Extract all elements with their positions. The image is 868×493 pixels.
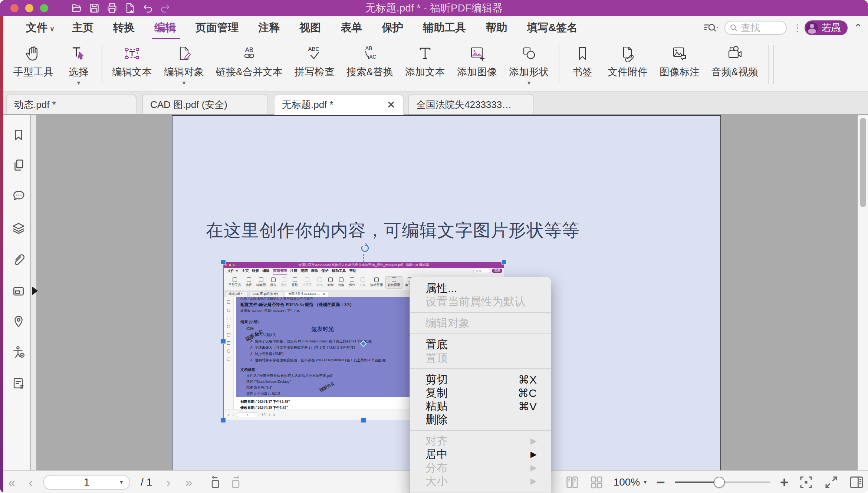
search-filter-icon[interactable]: [704, 22, 719, 34]
edit-object-dropdown-caret[interactable]: ▾: [183, 79, 186, 87]
context-menu-item-cut[interactable]: 剪切⌘X: [410, 373, 551, 386]
fullscreen-icon[interactable]: [823, 474, 839, 490]
menu-item[interactable]: 文件∨: [26, 20, 55, 35]
sidebar-destinations-icon[interactable]: [11, 315, 26, 329]
zoom-slider-knob[interactable]: [714, 477, 725, 488]
embedded-tool: 提取: [290, 277, 300, 288]
menu-item[interactable]: 辅助工具: [423, 20, 468, 35]
file-attachment-button[interactable]: 文件附件: [602, 43, 654, 79]
menu-item[interactable]: 视图: [299, 20, 323, 35]
link-join-text-button[interactable]: AB 链接&合并文本: [210, 43, 289, 79]
page-number-input[interactable]: 1 ▾: [43, 475, 130, 490]
sidebar-accessibility-icon[interactable]: [11, 345, 26, 359]
page-heading-text[interactable]: 在这里创作你的内容，可编辑文字图片形状等等: [206, 219, 580, 242]
selection-handle-top-right[interactable]: [502, 259, 507, 264]
context-menu-item-size: 大小▶: [410, 474, 551, 488]
collapse-toolbar-icon[interactable]: ⌃: [854, 22, 863, 34]
add-shape-dropdown-caret[interactable]: ▾: [527, 79, 531, 87]
hand-tool-button[interactable]: 手型工具: [7, 43, 59, 79]
sidebar-attachments-icon[interactable]: [11, 252, 26, 266]
search-box[interactable]: [724, 21, 787, 35]
selection-handle-mid-left[interactable]: [221, 339, 226, 344]
spell-check-button[interactable]: ABC 拼写检查: [289, 43, 341, 79]
edit-text-button[interactable]: 编辑文本: [106, 43, 158, 79]
selection-handle-bottom-center[interactable]: [361, 418, 366, 423]
sidebar-bookmarks-icon[interactable]: [11, 128, 26, 142]
zoom-slider[interactable]: [675, 475, 770, 490]
menu-item[interactable]: 主页: [72, 20, 96, 35]
continuous-view-icon[interactable]: [589, 475, 604, 490]
undo-icon[interactable]: [142, 2, 154, 14]
zoom-out-button[interactable]: −: [656, 475, 665, 490]
close-window-button[interactable]: [10, 4, 19, 12]
minimize-window-button[interactable]: [25, 4, 33, 12]
selection-handle-top-left[interactable]: [221, 259, 226, 264]
rotate-handle-icon[interactable]: [359, 243, 369, 253]
zoom-window-button[interactable]: [40, 4, 48, 12]
first-page-button[interactable]: «: [8, 476, 15, 489]
menu-item[interactable]: 表单: [341, 20, 364, 35]
menu-item[interactable]: 注释: [258, 20, 282, 35]
zoom-dropdown-caret[interactable]: ▾: [644, 479, 647, 486]
sidebar-layers-icon[interactable]: [11, 221, 26, 235]
search-replace-icon: ABAC: [361, 45, 379, 62]
audio-video-button[interactable]: 音频&视频: [706, 43, 764, 79]
save-icon[interactable]: [88, 2, 100, 14]
doc-tab-untitled-active[interactable]: 无标题.pdf *✕: [274, 94, 404, 115]
edit-object-button[interactable]: 编辑对象 ▾: [158, 43, 210, 79]
rotate-left-icon[interactable]: [208, 475, 222, 489]
user-name: 若愚: [822, 22, 841, 34]
redo-icon[interactable]: [160, 2, 171, 14]
last-page-button[interactable]: »: [185, 476, 193, 489]
embedded-tool: 缩略图: [254, 277, 268, 288]
menu-item[interactable]: 填写&签名: [527, 20, 580, 35]
sidebar-expand-handle[interactable]: [32, 286, 38, 295]
menu-item[interactable]: 页面管理: [195, 20, 241, 35]
more-options-icon[interactable]: ⋮: [793, 26, 799, 30]
select-dropdown-caret[interactable]: ▾: [77, 79, 80, 87]
context-menu-item-properties[interactable]: 属性...: [410, 282, 551, 295]
context-menu-item-paste[interactable]: 粘贴⌘V: [410, 400, 551, 413]
vertical-scrollbar[interactable]: [858, 115, 868, 470]
menu-item[interactable]: 帮助: [486, 20, 509, 35]
context-menu-item-center[interactable]: 居中▶: [410, 448, 551, 461]
page-dropdown-caret[interactable]: ▾: [120, 479, 123, 486]
sidebar-pages-icon[interactable]: [11, 158, 26, 172]
user-account-chip[interactable]: 若愚: [805, 20, 848, 35]
search-replace-button[interactable]: ABAC 搜索&替换: [341, 43, 399, 79]
spell-check-icon: ABC: [306, 45, 323, 62]
vertical-scrollbar-thumb[interactable]: [860, 118, 866, 207]
select-tool-button[interactable]: 选择 ▾: [59, 43, 98, 79]
menu-item[interactable]: 编辑: [154, 20, 178, 35]
previous-page-button[interactable]: ‹: [29, 476, 33, 489]
selection-handle-bottom-left[interactable]: [221, 418, 226, 423]
zoom-in-button[interactable]: +: [780, 475, 789, 490]
reading-panel-icon[interactable]: [849, 474, 864, 490]
add-image-button[interactable]: 添加图像: [451, 43, 503, 79]
search-input[interactable]: [741, 22, 778, 34]
add-text-button[interactable]: 添加文本: [399, 43, 451, 79]
doc-tab-dongtai[interactable]: 动态.pdf *: [6, 94, 137, 115]
image-annotation-button[interactable]: 图像标注: [654, 43, 706, 79]
next-page-button[interactable]: ›: [166, 476, 170, 489]
zoom-level-label[interactable]: 100%: [614, 476, 640, 488]
close-tab-icon[interactable]: ✕: [379, 99, 395, 111]
add-shape-button[interactable]: 添加形状 ▾: [503, 43, 555, 79]
menu-item[interactable]: 转换: [113, 20, 137, 35]
bookmark-button[interactable]: 书签: [563, 43, 602, 79]
print-icon[interactable]: [106, 2, 118, 14]
fit-page-icon[interactable]: [798, 474, 814, 490]
context-menu-item-delete[interactable]: 删除: [410, 413, 551, 426]
context-menu-item-send-to-back[interactable]: 置底: [410, 338, 551, 351]
sidebar-signature-icon[interactable]: [11, 376, 26, 390]
menu-item[interactable]: 保护: [382, 20, 405, 35]
sidebar-fields-icon[interactable]: [11, 284, 26, 298]
single-page-view-icon[interactable]: [565, 475, 579, 490]
doc-tab-cad[interactable]: CAD 图.pdf (安全): [142, 94, 268, 115]
sidebar-comments-icon[interactable]: [11, 189, 26, 203]
doc-tab-court[interactable]: 全国法院失4233333…: [408, 94, 534, 115]
new-document-icon[interactable]: [124, 2, 136, 14]
open-file-icon[interactable]: [70, 2, 82, 14]
context-menu-item-copy[interactable]: 复制⌘C: [410, 386, 551, 400]
rotate-right-icon[interactable]: [229, 475, 243, 489]
